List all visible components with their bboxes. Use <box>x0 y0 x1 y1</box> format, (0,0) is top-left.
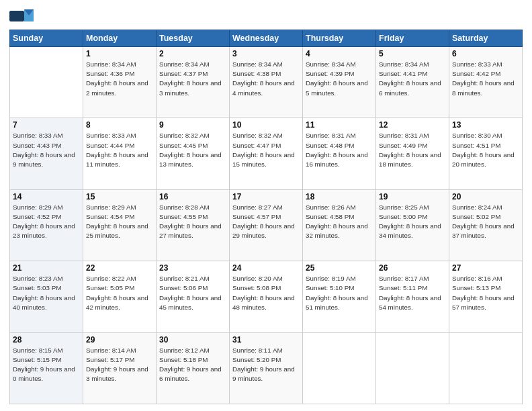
day-detail: Sunrise: 8:34 AM Sunset: 4:36 PM Dayligh… <box>86 60 153 98</box>
sunrise-text: Sunrise: 8:29 AM <box>13 203 63 211</box>
day-number: 18 <box>306 192 373 201</box>
sunrise-text: Sunrise: 8:25 AM <box>379 203 429 211</box>
sunset-text: Sunset: 5:00 PM <box>379 213 427 220</box>
weekday-header: Tuesday <box>157 30 230 47</box>
sunrise-text: Sunrise: 8:33 AM <box>13 132 63 139</box>
calendar-day-cell: 26 Sunrise: 8:17 AM Sunset: 5:11 PM Dayl… <box>376 261 449 332</box>
calendar-day-cell: 9 Sunrise: 8:32 AM Sunset: 4:45 PM Dayli… <box>157 118 230 189</box>
day-number: 10 <box>232 120 300 130</box>
day-detail: Sunrise: 8:26 AM Sunset: 4:58 PM Dayligh… <box>306 203 373 241</box>
day-detail: Sunrise: 8:28 AM Sunset: 4:55 PM Dayligh… <box>159 203 226 241</box>
sunrise-text: Sunrise: 8:29 AM <box>86 203 136 211</box>
sunset-text: Sunset: 4:42 PM <box>452 70 500 77</box>
calendar-day-cell: 18 Sunrise: 8:26 AM Sunset: 4:58 PM Dayl… <box>303 189 376 261</box>
weekday-header: Monday <box>83 30 157 47</box>
sunset-text: Sunset: 4:36 PM <box>86 70 134 77</box>
day-number: 24 <box>232 263 300 273</box>
sunrise-text: Sunrise: 8:32 AM <box>159 132 210 139</box>
day-detail: Sunrise: 8:34 AM Sunset: 4:37 PM Dayligh… <box>159 60 226 98</box>
day-detail: Sunrise: 8:24 AM Sunset: 5:02 PM Dayligh… <box>452 203 519 241</box>
day-number: 26 <box>379 263 446 273</box>
day-detail: Sunrise: 8:34 AM Sunset: 4:39 PM Dayligh… <box>306 60 373 98</box>
calendar-day-cell: 29 Sunrise: 8:14 AM Sunset: 5:17 PM Dayl… <box>83 332 157 404</box>
day-number: 13 <box>452 120 519 130</box>
calendar-day-cell: 2 Sunrise: 8:34 AM Sunset: 4:37 PM Dayli… <box>157 47 230 118</box>
daylight-text: Daylight: 8 hours and 51 minutes. <box>306 294 368 311</box>
calendar-day-cell: 31 Sunrise: 8:11 AM Sunset: 5:20 PM Dayl… <box>230 332 303 404</box>
day-detail: Sunrise: 8:31 AM Sunset: 4:49 PM Dayligh… <box>379 131 446 169</box>
daylight-text: Daylight: 8 hours and 23 minutes. <box>13 222 75 239</box>
daylight-text: Daylight: 8 hours and 20 minutes. <box>452 151 515 168</box>
day-detail: Sunrise: 8:33 AM Sunset: 4:44 PM Dayligh… <box>86 131 153 169</box>
day-detail: Sunrise: 8:29 AM Sunset: 4:54 PM Dayligh… <box>86 203 153 241</box>
sunset-text: Sunset: 4:41 PM <box>379 70 427 77</box>
sunset-text: Sunset: 4:39 PM <box>306 70 354 77</box>
calendar-day-cell <box>303 332 376 404</box>
sunrise-text: Sunrise: 8:34 AM <box>86 60 136 68</box>
sunrise-text: Sunrise: 8:32 AM <box>232 132 283 139</box>
day-detail: Sunrise: 8:17 AM Sunset: 5:11 PM Dayligh… <box>379 274 446 312</box>
day-detail: Sunrise: 8:19 AM Sunset: 5:10 PM Dayligh… <box>306 274 373 312</box>
day-number: 14 <box>13 192 80 201</box>
daylight-text: Daylight: 8 hours and 4 minutes. <box>232 79 295 96</box>
day-detail: Sunrise: 8:20 AM Sunset: 5:08 PM Dayligh… <box>232 274 300 312</box>
calendar-day-cell: 21 Sunrise: 8:23 AM Sunset: 5:03 PM Dayl… <box>10 261 83 332</box>
weekday-header-row: SundayMondayTuesdayWednesdayThursdayFrid… <box>10 30 523 47</box>
sunrise-text: Sunrise: 8:34 AM <box>306 60 356 68</box>
day-detail: Sunrise: 8:30 AM Sunset: 4:51 PM Dayligh… <box>452 131 519 169</box>
day-number: 16 <box>159 192 226 201</box>
sunset-text: Sunset: 5:10 PM <box>306 284 354 291</box>
sunrise-text: Sunrise: 8:31 AM <box>379 132 429 139</box>
daylight-text: Daylight: 8 hours and 37 minutes. <box>452 222 515 239</box>
calendar-day-cell: 23 Sunrise: 8:21 AM Sunset: 5:06 PM Dayl… <box>157 261 230 332</box>
sunrise-text: Sunrise: 8:30 AM <box>452 132 502 139</box>
day-number: 15 <box>86 192 153 201</box>
sunset-text: Sunset: 5:08 PM <box>232 284 281 291</box>
sunrise-text: Sunrise: 8:23 AM <box>13 275 63 282</box>
day-detail: Sunrise: 8:27 AM Sunset: 4:57 PM Dayligh… <box>232 203 300 241</box>
day-detail: Sunrise: 8:32 AM Sunset: 4:45 PM Dayligh… <box>159 131 226 169</box>
logo <box>9 7 36 26</box>
day-number: 7 <box>13 120 80 130</box>
calendar-day-cell <box>449 332 523 404</box>
sunset-text: Sunset: 4:45 PM <box>159 142 208 149</box>
calendar-day-cell: 5 Sunrise: 8:34 AM Sunset: 4:41 PM Dayli… <box>376 47 449 118</box>
calendar-day-cell: 16 Sunrise: 8:28 AM Sunset: 4:55 PM Dayl… <box>157 189 230 261</box>
sunrise-text: Sunrise: 8:33 AM <box>86 132 136 139</box>
day-number: 3 <box>232 49 300 58</box>
daylight-text: Daylight: 8 hours and 45 minutes. <box>159 294 222 311</box>
day-detail: Sunrise: 8:15 AM Sunset: 5:15 PM Dayligh… <box>13 346 80 384</box>
calendar-day-cell: 8 Sunrise: 8:33 AM Sunset: 4:44 PM Dayli… <box>83 118 157 189</box>
svg-rect-0 <box>9 11 24 21</box>
calendar-day-cell: 3 Sunrise: 8:34 AM Sunset: 4:38 PM Dayli… <box>230 47 303 118</box>
day-number: 22 <box>86 263 153 273</box>
weekday-header: Thursday <box>303 30 376 47</box>
sunrise-text: Sunrise: 8:34 AM <box>232 60 283 68</box>
calendar-week-row: 21 Sunrise: 8:23 AM Sunset: 5:03 PM Dayl… <box>10 261 523 332</box>
sunset-text: Sunset: 4:57 PM <box>232 213 281 220</box>
sunset-text: Sunset: 4:48 PM <box>306 142 354 149</box>
weekday-header: Saturday <box>449 30 523 47</box>
sunset-text: Sunset: 5:02 PM <box>452 213 500 220</box>
calendar-week-row: 7 Sunrise: 8:33 AM Sunset: 4:43 PM Dayli… <box>10 118 523 189</box>
calendar-day-cell: 12 Sunrise: 8:31 AM Sunset: 4:49 PM Dayl… <box>376 118 449 189</box>
daylight-text: Daylight: 8 hours and 8 minutes. <box>452 79 515 96</box>
calendar-day-cell <box>10 47 83 118</box>
calendar-day-cell: 13 Sunrise: 8:30 AM Sunset: 4:51 PM Dayl… <box>449 118 523 189</box>
day-detail: Sunrise: 8:34 AM Sunset: 4:41 PM Dayligh… <box>379 60 446 98</box>
day-detail: Sunrise: 8:29 AM Sunset: 4:52 PM Dayligh… <box>13 203 80 241</box>
header <box>9 7 523 26</box>
sunrise-text: Sunrise: 8:12 AM <box>159 347 210 354</box>
logo-icon <box>9 7 34 26</box>
day-detail: Sunrise: 8:33 AM Sunset: 4:43 PM Dayligh… <box>13 131 80 169</box>
day-number: 30 <box>159 335 226 345</box>
day-number: 21 <box>13 263 80 273</box>
calendar-day-cell: 14 Sunrise: 8:29 AM Sunset: 4:52 PM Dayl… <box>10 189 83 261</box>
day-number: 20 <box>452 192 519 201</box>
day-number: 6 <box>452 49 519 58</box>
day-detail: Sunrise: 8:23 AM Sunset: 5:03 PM Dayligh… <box>13 274 80 312</box>
sunrise-text: Sunrise: 8:15 AM <box>13 347 63 354</box>
sunrise-text: Sunrise: 8:27 AM <box>232 203 283 211</box>
calendar-day-cell: 30 Sunrise: 8:12 AM Sunset: 5:18 PM Dayl… <box>157 332 230 404</box>
daylight-text: Daylight: 9 hours and 3 minutes. <box>86 365 148 382</box>
